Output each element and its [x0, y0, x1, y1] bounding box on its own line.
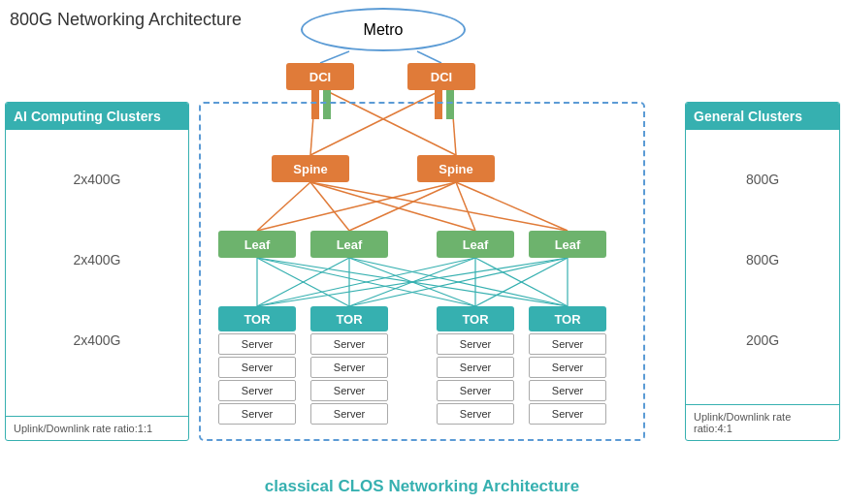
leaf-1: Leaf [218, 231, 296, 258]
left-panel-items: 2x400G 2x400G 2x400G [6, 130, 188, 390]
server-3-3: Server [437, 380, 514, 401]
right-panel-item-2: 800G [696, 252, 829, 268]
svg-line-0 [320, 51, 349, 63]
tor-label-3: TOR [437, 306, 514, 331]
metro-node: Metro [301, 8, 466, 51]
left-panel: AI Computing Clusters 2x400G 2x400G 2x40… [5, 102, 189, 441]
server-1-4: Server [218, 403, 296, 425]
leaf-3: Leaf [437, 231, 514, 258]
left-panel-footer: Uplink/Downlink rate ratio:1:1 [6, 416, 188, 440]
server-2-4: Server [310, 403, 388, 425]
bottom-label: classical CLOS Networking Architecture [199, 477, 645, 496]
right-panel: General Clusters 800G 800G 200G Uplink/D… [685, 102, 840, 441]
leaf-4: Leaf [529, 231, 606, 258]
main-title: 800G Networking Architecture [10, 10, 242, 30]
tor-label-1: TOR [218, 306, 296, 331]
right-panel-item-3: 200G [696, 332, 829, 348]
server-4-2: Server [529, 357, 606, 378]
spine-left: Spine [272, 155, 349, 182]
server-3-4: Server [437, 403, 514, 425]
left-panel-item-1: 2x400G [16, 172, 179, 187]
server-4-3: Server [529, 380, 606, 401]
metro-label: Metro [364, 21, 404, 39]
server-1-1: Server [218, 333, 296, 355]
tor-group-1: TOR Server Server Server Server [218, 306, 296, 426]
server-2-1: Server [310, 333, 388, 355]
server-3-1: Server [437, 333, 514, 355]
leaf-2: Leaf [310, 231, 388, 258]
server-4-1: Server [529, 333, 606, 355]
tor-label-4: TOR [529, 306, 606, 331]
right-panel-item-1: 800G [696, 172, 829, 187]
tor-group-3: TOR Server Server Server Server [437, 306, 514, 426]
server-1-3: Server [218, 380, 296, 401]
dci-left: DCI [286, 63, 354, 90]
spine-right: Spine [417, 155, 495, 182]
right-panel-header: General Clusters [686, 103, 839, 130]
server-1-2: Server [218, 357, 296, 378]
right-panel-footer: Uplink/Downlink rate ratio:4:1 [686, 404, 839, 440]
tor-group-4: TOR Server Server Server Server [529, 306, 606, 426]
svg-line-1 [417, 51, 441, 63]
server-2-3: Server [310, 380, 388, 401]
server-4-4: Server [529, 403, 606, 425]
left-panel-header: AI Computing Clusters [6, 103, 188, 130]
dci-right: DCI [407, 63, 475, 90]
server-3-2: Server [437, 357, 514, 378]
tor-group-2: TOR Server Server Server Server [310, 306, 388, 426]
left-panel-item-3: 2x400G [16, 332, 179, 348]
left-panel-item-2: 2x400G [16, 252, 179, 268]
server-2-2: Server [310, 357, 388, 378]
tor-label-2: TOR [310, 306, 388, 331]
right-panel-items: 800G 800G 200G [686, 130, 839, 390]
